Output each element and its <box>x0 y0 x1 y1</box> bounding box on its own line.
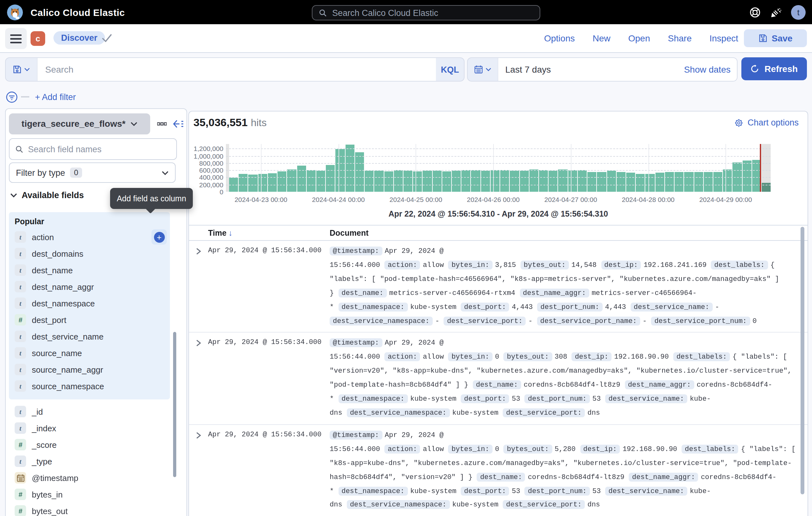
histogram-bar[interactable] <box>384 171 393 192</box>
expand-row-button[interactable] <box>189 245 208 328</box>
histogram-bar[interactable] <box>365 171 374 192</box>
toolbar-link-open[interactable]: Open <box>629 33 650 43</box>
field-item-dest_namespace[interactable]: tdest_namespace <box>9 295 170 311</box>
histogram-bar[interactable] <box>471 170 480 192</box>
date-picker-menu-button[interactable] <box>468 58 498 81</box>
histogram-bar[interactable] <box>297 166 306 192</box>
histogram-bar[interactable] <box>432 170 441 192</box>
histogram-bar[interactable] <box>481 171 490 192</box>
histogram-bar[interactable] <box>529 169 539 192</box>
field-item-source_namespace[interactable]: tsource_namespace <box>9 378 170 394</box>
histogram-bar[interactable] <box>413 171 422 192</box>
histogram-bar[interactable] <box>278 171 286 192</box>
save-button[interactable]: Save <box>744 29 807 47</box>
field-item-bytes_in[interactable]: #bytes_in <box>9 486 170 503</box>
histogram-bar[interactable] <box>239 174 248 192</box>
histogram-bar[interactable] <box>674 172 684 192</box>
histogram-bar[interactable] <box>655 173 664 192</box>
histogram-bar[interactable] <box>442 171 451 192</box>
sidebar-scrollbar[interactable] <box>173 332 176 477</box>
add-field-as-column-button[interactable]: + <box>151 229 167 245</box>
field-item-_score[interactable]: #_score <box>9 436 170 453</box>
field-search-input[interactable]: Search field names <box>9 138 177 160</box>
collapse-sidebar-icon[interactable] <box>173 119 183 128</box>
histogram-bar[interactable] <box>403 171 412 192</box>
histogram-bar[interactable] <box>510 170 519 192</box>
field-item-_type[interactable]: t_type <box>9 453 170 469</box>
histogram-bar[interactable] <box>268 173 277 192</box>
histogram-bar[interactable] <box>539 170 548 192</box>
field-item-dest_service_name[interactable]: tdest_service_name <box>9 328 170 345</box>
global-search-input[interactable]: Search Calico Cloud Elastic <box>312 5 540 20</box>
filter-menu-icon[interactable] <box>6 91 18 103</box>
field-item-dest_port[interactable]: #dest_port <box>9 311 170 328</box>
histogram-bar[interactable] <box>316 171 325 192</box>
menu-button[interactable] <box>5 28 27 49</box>
expand-row-button[interactable] <box>189 337 208 420</box>
field-item-source_name[interactable]: tsource_name <box>9 345 170 361</box>
histogram-bar[interactable] <box>558 170 567 192</box>
filter-by-type-dropdown[interactable]: Filter by type 0 <box>9 162 176 183</box>
index-pattern-selector[interactable]: tigera_secure_ee_flows* <box>9 113 150 134</box>
available-fields-toggle[interactable]: Available fields <box>10 190 84 200</box>
histogram-bar[interactable] <box>462 170 471 192</box>
add-filter-button[interactable]: + Add filter <box>35 92 76 102</box>
histogram-bar[interactable] <box>326 165 335 192</box>
news-feed-icon[interactable] <box>770 6 782 18</box>
histogram-bar[interactable] <box>568 170 577 192</box>
histogram-bar[interactable] <box>423 171 432 192</box>
refresh-button[interactable]: Refresh <box>742 57 807 80</box>
histogram-bar[interactable] <box>375 170 383 192</box>
query-language-button[interactable]: KQL <box>436 65 464 74</box>
field-item-@timestamp[interactable]: @timestamp <box>9 469 170 486</box>
field-settings-icon[interactable] <box>157 120 167 127</box>
breadcrumb-discover[interactable]: Discover <box>54 31 105 45</box>
histogram-bar[interactable] <box>703 172 713 192</box>
time-range-value[interactable]: Last 7 days Show dates <box>498 58 737 81</box>
histogram-bar[interactable] <box>742 160 751 192</box>
show-dates-button[interactable]: Show dates <box>679 64 730 75</box>
chart-options-button[interactable]: Chart options <box>734 118 799 128</box>
histogram-bar[interactable] <box>491 170 499 192</box>
field-item-dest_name_aggr[interactable]: tdest_name_aggr <box>9 278 170 295</box>
saved-query-menu-button[interactable] <box>6 58 37 81</box>
histogram-bar[interactable] <box>665 172 674 192</box>
histogram-bar[interactable] <box>723 169 732 192</box>
field-item-bytes_out[interactable]: #bytes_out <box>9 503 170 516</box>
histogram-bar[interactable] <box>258 174 267 192</box>
toolbar-link-inspect[interactable]: Inspect <box>709 33 738 43</box>
histogram-bar[interactable] <box>287 170 296 192</box>
histogram-bar[interactable] <box>578 170 587 192</box>
expand-row-button[interactable] <box>189 429 208 513</box>
histogram-bar[interactable] <box>307 170 316 192</box>
histogram-bar[interactable] <box>685 172 693 192</box>
histogram-bar[interactable] <box>617 172 626 192</box>
histogram-bar[interactable] <box>713 172 722 192</box>
toolbar-link-options[interactable]: Options <box>544 33 575 43</box>
field-item-source_name_aggr[interactable]: tsource_name_aggr <box>9 361 170 378</box>
histogram-bar[interactable] <box>394 170 403 192</box>
field-item-_id[interactable]: t_id <box>9 403 170 420</box>
query-search-input[interactable]: Search <box>37 58 436 81</box>
histogram-bar[interactable] <box>452 171 461 192</box>
histogram-bar[interactable] <box>626 173 635 192</box>
field-item-dest_domains[interactable]: tdest_domains <box>9 245 170 262</box>
space-badge[interactable]: c <box>31 31 45 46</box>
field-item-action[interactable]: taction+ <box>9 229 170 245</box>
histogram-bar[interactable] <box>549 171 557 192</box>
calico-logo-icon[interactable] <box>7 4 23 20</box>
histogram-plot[interactable]: 0200,000400,000600,000800,0001,000,0001,… <box>226 144 771 192</box>
histogram-bar[interactable] <box>694 172 703 192</box>
histogram-bar[interactable] <box>646 174 655 192</box>
histogram-bar[interactable] <box>607 171 616 192</box>
toolbar-link-share[interactable]: Share <box>668 33 692 43</box>
histogram-bar[interactable] <box>500 170 509 192</box>
table-scrollbar[interactable] <box>801 227 804 494</box>
histogram-bar[interactable] <box>587 172 596 192</box>
histogram-bar[interactable] <box>520 171 528 192</box>
histogram-bar[interactable] <box>597 172 606 192</box>
histogram-bar[interactable] <box>636 174 645 192</box>
help-icon[interactable] <box>749 6 761 18</box>
user-avatar[interactable]: t <box>791 5 806 20</box>
histogram-bar-partial[interactable] <box>762 183 771 192</box>
